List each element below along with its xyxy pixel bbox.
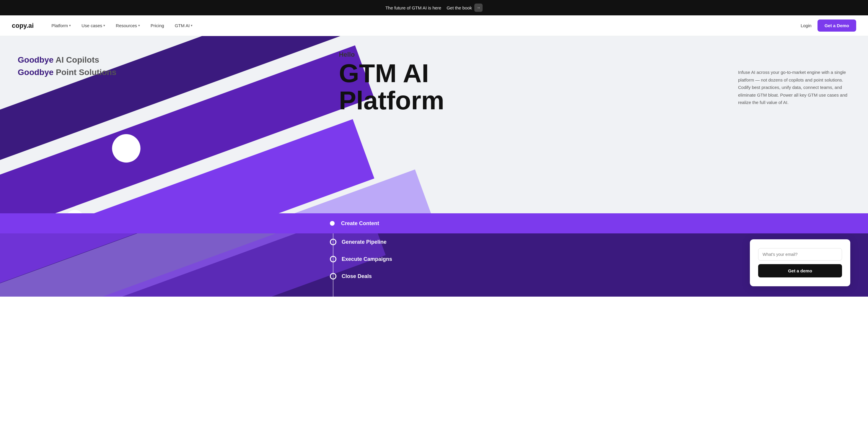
logo[interactable]: copy.ai bbox=[12, 22, 34, 30]
steps-top-bar: Create Content bbox=[0, 213, 868, 234]
nav-item-gtm-ai[interactable]: GTM AI ▾ bbox=[175, 23, 193, 28]
nav-links: Platform ▾ Use cases ▾ Resources ▾ Prici… bbox=[52, 23, 801, 28]
top-banner: The future of GTM AI is here Get the boo… bbox=[0, 0, 868, 16]
goodbye-bold-1: Goodbye bbox=[18, 55, 54, 64]
chevron-down-icon: ▾ bbox=[69, 24, 71, 28]
steps-main: Generate Pipeline Execute Campaigns Clos… bbox=[0, 234, 868, 297]
step-circle-execute bbox=[330, 256, 336, 262]
step-label-close: Close Deals bbox=[342, 273, 372, 279]
goodbye-rest-2: Point Solutions bbox=[54, 68, 116, 77]
login-button[interactable]: Login bbox=[801, 23, 812, 28]
chevron-down-icon: ▾ bbox=[191, 24, 192, 28]
hero-description: Infuse AI across your go-to-market engin… bbox=[738, 68, 850, 106]
banner-link[interactable]: Get the book → bbox=[446, 4, 483, 12]
goodbye-bold-2: Goodbye bbox=[18, 68, 54, 77]
step-label-create: Create Content bbox=[341, 220, 379, 226]
step-circle-close bbox=[330, 273, 336, 279]
get-demo-button[interactable]: Get a Demo bbox=[817, 20, 856, 32]
steps-list: Generate Pipeline Execute Campaigns Clos… bbox=[0, 234, 868, 285]
step-label-execute: Execute Campaigns bbox=[342, 256, 392, 262]
banner-text: The future of GTM AI is here bbox=[385, 5, 441, 10]
banner-link-label: Get the book bbox=[446, 5, 472, 10]
hero-left: Goodbye AI Copilots Goodbye Point Soluti… bbox=[0, 36, 321, 213]
hero-section: Goodbye AI Copilots Goodbye Point Soluti… bbox=[0, 36, 868, 213]
hero-right: Hello GTM AI Platform Infuse AI across y… bbox=[321, 36, 868, 213]
steps-section: Create Content Generate Pipeline Execute… bbox=[0, 213, 868, 297]
hero-title-line2: Platform bbox=[339, 86, 444, 115]
nav-item-pricing[interactable]: Pricing bbox=[151, 23, 164, 28]
hero-goodbye-text: Goodbye AI Copilots Goodbye Point Soluti… bbox=[18, 54, 309, 79]
hero-title-line1: GTM AI bbox=[339, 59, 429, 88]
email-capture-card: Get a demo bbox=[750, 239, 850, 286]
nav-item-resources[interactable]: Resources ▾ bbox=[116, 23, 140, 28]
chevron-down-icon: ▾ bbox=[138, 24, 140, 28]
step-label-generate: Generate Pipeline bbox=[342, 239, 386, 245]
step-dot-top bbox=[330, 221, 335, 226]
email-input[interactable] bbox=[758, 248, 842, 260]
step-circle-generate bbox=[330, 239, 336, 245]
navbar: copy.ai Platform ▾ Use cases ▾ Resources… bbox=[0, 16, 868, 36]
hero-hello: Hello bbox=[339, 51, 850, 59]
banner-arrow-icon: → bbox=[474, 4, 483, 12]
chevron-down-icon: ▾ bbox=[103, 24, 105, 28]
nav-right: Login Get a Demo bbox=[801, 20, 856, 32]
goodbye-rest-1: AI Copilots bbox=[54, 55, 99, 64]
email-demo-button[interactable]: Get a demo bbox=[758, 264, 842, 277]
nav-item-platform[interactable]: Platform ▾ bbox=[52, 23, 71, 28]
nav-item-use-cases[interactable]: Use cases ▾ bbox=[82, 23, 105, 28]
